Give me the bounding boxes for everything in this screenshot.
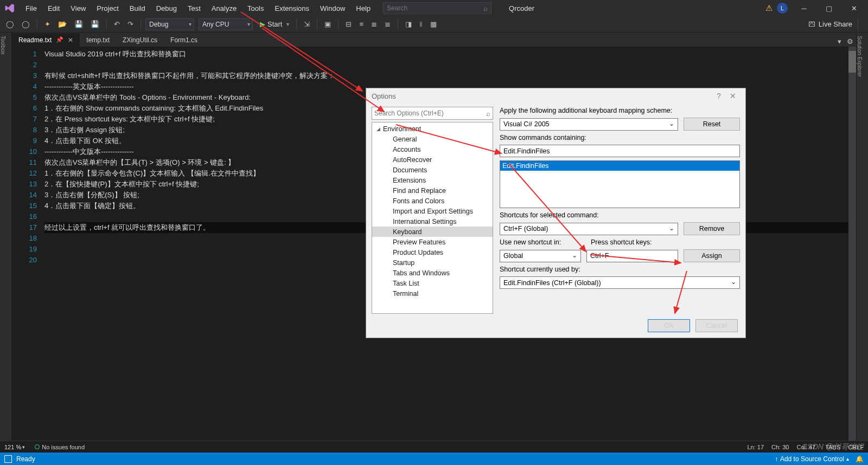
shortcuts-label: Shortcuts for selected command:: [500, 211, 740, 219]
menu-debug[interactable]: Debug: [151, 2, 182, 15]
tree-item-international-settings[interactable]: International Settings: [372, 216, 493, 227]
press-keys-input[interactable]: Ctrl+F: [586, 250, 678, 262]
tree-item-autorecover[interactable]: AutoRecover: [372, 154, 493, 165]
menu-edit[interactable]: Edit: [43, 2, 65, 15]
config-dropdown[interactable]: Debug: [145, 18, 194, 30]
use-new-label: Use new shortcut in:: [500, 238, 581, 246]
solution-explorer-rail[interactable]: Solution Explorer: [856, 33, 868, 441]
minimize-icon[interactable]: ─: [793, 1, 815, 16]
save-icon[interactable]: 💾: [72, 19, 86, 29]
options-search-input[interactable]: [374, 109, 486, 117]
live-share-button[interactable]: Live Share: [819, 20, 852, 28]
undo-icon[interactable]: ↶: [111, 19, 123, 29]
nav-fwd-icon[interactable]: ◯: [19, 19, 33, 29]
tabs-indicator[interactable]: TABS: [825, 444, 840, 450]
tool-icon-2[interactable]: ⊟: [343, 19, 354, 29]
platform-dropdown[interactable]: Any CPU: [199, 18, 253, 30]
tool-icon-7[interactable]: ⫴: [417, 19, 425, 30]
menu-help[interactable]: Help: [351, 2, 375, 15]
menu-project[interactable]: Project: [92, 2, 123, 15]
tree-item-terminal[interactable]: Terminal: [372, 288, 493, 299]
tool-icon-4[interactable]: ≣: [368, 19, 380, 29]
main-toolbar: ◯ ◯ ✦ 📂 💾 💾 ↶ ↷ Debug Any CPU ▶ Start ▾ …: [0, 16, 868, 33]
tool-icon-8[interactable]: ▦: [427, 19, 439, 29]
tool-icon-5[interactable]: ≣: [382, 19, 393, 29]
tree-item-extensions[interactable]: Extensions: [372, 175, 493, 185]
save-all-icon[interactable]: 💾: [88, 19, 102, 29]
menu-test[interactable]: Test: [183, 2, 206, 15]
remove-button[interactable]: Remove: [684, 222, 740, 235]
menu-extensions[interactable]: Extensions: [270, 2, 314, 15]
tree-item-tabs-and-windows[interactable]: Tabs and Windows: [372, 268, 493, 278]
nav-back-icon[interactable]: ◯: [3, 19, 17, 29]
status-box-icon: [4, 455, 12, 463]
shortcuts-dropdown[interactable]: Ctrl+F (Global): [500, 223, 678, 235]
col-indicator: Col: 47: [796, 444, 815, 450]
ok-button[interactable]: OK: [648, 319, 690, 332]
tab-label: Readme.txt: [18, 36, 52, 44]
tree-item-accounts[interactable]: Accounts: [372, 144, 493, 154]
use-new-dropdown[interactable]: Global: [500, 250, 581, 262]
tree-item-product-updates[interactable]: Product Updates: [372, 247, 493, 257]
dialog-close-icon[interactable]: ✕: [726, 92, 740, 100]
open-file-icon[interactable]: 📂: [55, 19, 69, 29]
close-window-icon[interactable]: ✕: [843, 1, 865, 16]
redo-icon[interactable]: ↷: [125, 19, 136, 29]
tree-item-preview-features[interactable]: Preview Features: [372, 237, 493, 247]
crlf-indicator[interactable]: CRLF: [848, 444, 864, 450]
tree-item-startup[interactable]: Startup: [372, 257, 493, 268]
tab-dropdown-icon[interactable]: ▾: [835, 36, 844, 47]
commands-list[interactable]: Edit.FindinFiles: [500, 160, 740, 208]
menu-tools[interactable]: Tools: [242, 2, 269, 15]
close-tab-icon[interactable]: ✕: [68, 36, 73, 44]
issues-status[interactable]: No issues found: [35, 444, 85, 450]
start-button[interactable]: ▶ Start ▾: [257, 19, 292, 29]
tool-icon-1[interactable]: ▣: [322, 19, 334, 29]
tree-item-task-list[interactable]: Task List: [372, 278, 493, 288]
cancel-button[interactable]: Cancel: [695, 319, 738, 332]
menu-analyze[interactable]: Analyze: [207, 2, 241, 15]
maximize-icon[interactable]: ▢: [818, 1, 840, 16]
title-search[interactable]: ⌕: [383, 2, 492, 14]
menu-view[interactable]: View: [66, 2, 91, 15]
tab-zxing[interactable]: ZXingUtil.cs: [116, 33, 164, 47]
new-project-icon[interactable]: ✦: [42, 19, 53, 29]
options-search[interactable]: ⌕: [372, 107, 493, 120]
tab-gear-icon[interactable]: ⚙: [844, 36, 856, 47]
reset-button[interactable]: Reset: [684, 118, 740, 131]
dialog-help-icon[interactable]: ?: [712, 92, 726, 100]
vertical-scrollbar[interactable]: [848, 47, 856, 441]
notifications-icon[interactable]: 🔔: [856, 455, 864, 463]
options-tree[interactable]: ◢ Environment GeneralAccountsAutoRecover…: [372, 122, 493, 314]
mapping-scheme-dropdown[interactable]: Visual C# 2005: [500, 118, 678, 131]
tool-icon-6[interactable]: ◨: [403, 19, 414, 29]
show-commands-input[interactable]: Edit.FindinFiles: [500, 145, 740, 157]
tree-item-import-and-export-settings[interactable]: Import and Export Settings: [372, 206, 493, 216]
tool-icon-3[interactable]: ≡: [356, 19, 366, 29]
tab-temp[interactable]: temp.txt: [80, 33, 116, 47]
zoom-level[interactable]: 121 %: [4, 444, 21, 450]
warning-icon[interactable]: ⚠: [765, 3, 773, 13]
menu-file[interactable]: File: [21, 2, 42, 15]
toolbox-rail[interactable]: Toolbox: [0, 33, 12, 441]
tab-form1[interactable]: Form1.cs: [164, 33, 204, 47]
tree-item-documents[interactable]: Documents: [372, 165, 493, 175]
pin-icon[interactable]: 📌: [56, 36, 63, 43]
tab-readme[interactable]: Readme.txt 📌 ✕: [12, 33, 80, 47]
tree-environment[interactable]: ◢ Environment: [372, 124, 493, 134]
user-avatar[interactable]: L: [777, 3, 788, 14]
menu-build[interactable]: Build: [125, 2, 150, 15]
attach-icon[interactable]: ⇲: [301, 19, 312, 29]
tree-label: Environment: [383, 125, 421, 133]
add-source-control[interactable]: ↑ Add to Source Control ▴: [775, 455, 849, 463]
title-search-input[interactable]: [387, 4, 483, 12]
tree-item-general[interactable]: General: [372, 134, 493, 144]
tree-item-find-and-replace[interactable]: Find and Replace: [372, 185, 493, 196]
assign-button[interactable]: Assign: [684, 249, 740, 262]
tree-item-fonts-and-colors[interactable]: Fonts and Colors: [372, 196, 493, 206]
expand-icon[interactable]: ◢: [376, 126, 383, 132]
tree-item-keyboard[interactable]: Keyboard: [372, 227, 493, 237]
menu-window[interactable]: Window: [315, 2, 350, 15]
list-item[interactable]: Edit.FindinFiles: [500, 161, 739, 171]
used-by-dropdown[interactable]: Edit.FindinFiles (Ctrl+F (Global)): [500, 276, 740, 289]
